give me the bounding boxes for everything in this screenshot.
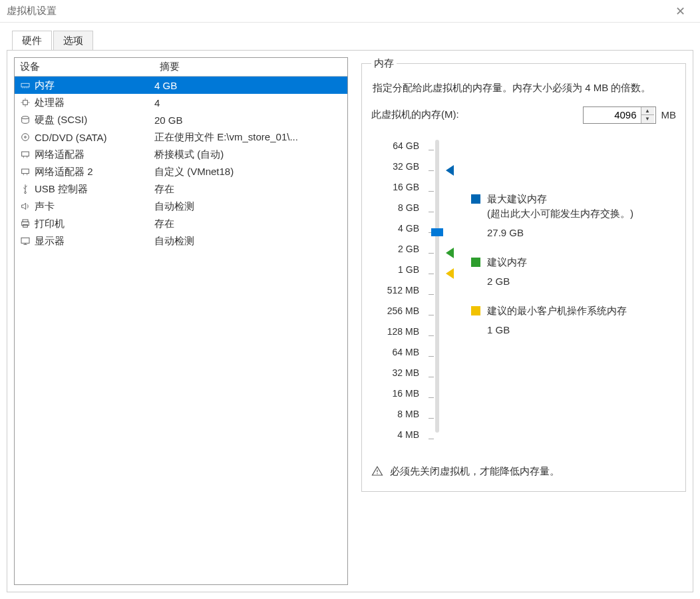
device-summary: 正在使用文件 E:\vm_store_01\...	[154, 131, 343, 144]
svg-point-12	[25, 136, 27, 138]
device-name: 网络适配器 2	[35, 166, 93, 178]
device-summary: 桥接模式 (自动)	[154, 148, 343, 161]
svg-rect-23	[21, 238, 29, 243]
table-row[interactable]: 显示器自动检测	[15, 232, 347, 250]
legend-max-value: 27.9 GB	[487, 226, 633, 241]
table-row[interactable]: 网络适配器 2自定义 (VMnet18)	[15, 163, 347, 180]
table-row[interactable]: 处理器4	[15, 94, 347, 111]
table-row[interactable]: USB 控制器存在	[15, 180, 347, 198]
warning-icon	[371, 465, 383, 477]
table-row[interactable]: CD/DVD (SATA)正在使用文件 E:\vm_store_01\...	[15, 128, 347, 146]
memory-warning-text: 必须先关闭虚拟机，才能降低内存量。	[390, 465, 560, 478]
device-name: 声卡	[35, 200, 55, 213]
usb-icon	[19, 184, 32, 194]
scale-label: 64 GB	[371, 136, 419, 156]
memory-field-label: 此虚拟机的内存(M):	[371, 108, 459, 121]
printer-icon	[19, 218, 32, 229]
legend-square-yellow	[471, 306, 480, 315]
device-name: 内存	[35, 79, 55, 92]
display-icon	[19, 236, 32, 246]
tab-panel: 设备 摘要 内存4 GB处理器4硬盘 (SCSI)20 GBCD/DVD (SA…	[7, 50, 693, 592]
device-summary: 4	[154, 97, 343, 108]
device-summary: 存在	[154, 218, 343, 230]
device-summary: 4 GB	[154, 80, 343, 91]
memory-slider-area: 64 GB 32 GB 16 GB 8 GB 4 GB 2 GB 1 GB 51…	[371, 136, 676, 445]
device-name: 显示器	[35, 235, 65, 248]
svg-rect-20	[23, 220, 28, 222]
scale-label: 16 MB	[371, 383, 419, 404]
legend-square-green	[471, 258, 480, 267]
scale-label: 8 GB	[371, 198, 419, 218]
legend-square-blue	[471, 194, 480, 204]
table-row[interactable]: 打印机存在	[15, 215, 347, 232]
memory-legend: 内存	[371, 57, 397, 70]
scale-label: 32 MB	[371, 363, 419, 383]
scale-label: 16 GB	[371, 177, 419, 198]
cpu-icon	[19, 97, 32, 108]
tabs: 硬件 选项	[12, 31, 693, 51]
tab-hardware[interactable]: 硬件	[12, 31, 52, 51]
device-summary: 自动检测	[154, 235, 343, 248]
device-name: 打印机	[35, 218, 65, 230]
table-row[interactable]: 声卡自动检测	[15, 198, 347, 215]
svg-rect-0	[21, 83, 29, 87]
legend-rec-title: 建议内存	[487, 255, 527, 270]
table-header: 设备 摘要	[15, 58, 347, 77]
device-name: 硬盘 (SCSI)	[35, 114, 87, 126]
svg-point-10	[22, 116, 29, 119]
table-row[interactable]: 内存4 GB	[15, 77, 347, 94]
svg-point-11	[22, 134, 29, 141]
legend-max-title: 最大建议内存	[487, 192, 633, 207]
memory-fieldset: 内存 指定分配给此虚拟机的内存量。内存大小必须为 4 MB 的倍数。 此虚拟机的…	[361, 57, 686, 492]
memory-input-row: 此虚拟机的内存(M): ▲ ▼ MB	[371, 106, 676, 124]
sound-icon	[19, 201, 32, 212]
memory-panel: 内存 指定分配给此虚拟机的内存量。内存大小必须为 4 MB 的倍数。 此虚拟机的…	[361, 57, 686, 585]
cd-icon	[19, 132, 32, 142]
memory-spinner[interactable]: ▲ ▼	[583, 106, 656, 124]
window-title: 虚拟机设置	[7, 5, 667, 17]
svg-point-19	[25, 192, 27, 194]
scale-label: 128 MB	[371, 321, 419, 342]
memory-description: 指定分配给此虚拟机的内存量。内存大小必须为 4 MB 的倍数。	[373, 81, 675, 96]
memory-warning: 必须先关闭虚拟机，才能降低内存量。	[371, 465, 676, 478]
scale-label: 4 MB	[371, 425, 419, 445]
svg-rect-5	[23, 100, 28, 105]
device-summary: 存在	[154, 183, 343, 196]
legend-rec-value: 2 GB	[487, 274, 527, 290]
disk-icon	[19, 114, 32, 125]
svg-rect-16	[22, 169, 29, 174]
spinner-down-icon[interactable]: ▼	[641, 115, 654, 123]
device-summary: 自动检测	[154, 200, 343, 213]
slider-marker-yellow	[446, 268, 454, 279]
memory-track[interactable]	[419, 136, 452, 445]
legend-min-title: 建议的最小客户机操作系统内存	[487, 303, 627, 319]
table-row[interactable]: 硬盘 (SCSI)20 GB	[15, 111, 347, 128]
nic-icon	[19, 149, 32, 160]
device-name: USB 控制器	[35, 183, 88, 196]
scale-label: 512 MB	[371, 280, 419, 301]
titlebar: 虚拟机设置 ✕	[0, 0, 700, 23]
tab-options[interactable]: 选项	[53, 31, 93, 51]
device-name: CD/DVD (SATA)	[35, 132, 107, 143]
svg-rect-22	[23, 224, 28, 227]
scale-label: 32 GB	[371, 156, 419, 177]
svg-point-27	[377, 473, 378, 475]
scale-label: 256 MB	[371, 301, 419, 321]
settings-window: 虚拟机设置 ✕ 硬件 选项 设备 摘要 内存4 GB处理器4硬盘 (SCSI)2…	[0, 0, 700, 599]
memory-input[interactable]	[584, 107, 641, 123]
spinner-up-icon[interactable]: ▲	[641, 107, 654, 116]
nic-icon	[19, 166, 32, 177]
legend-min-value: 1 GB	[487, 323, 627, 338]
scale-label: 2 GB	[371, 239, 419, 260]
scale-label: 1 GB	[371, 260, 419, 280]
device-name: 网络适配器	[35, 148, 85, 161]
window-body: 硬件 选项 设备 摘要 内存4 GB处理器4硬盘 (SCSI)20 GBCD/D…	[0, 23, 700, 599]
device-summary: 自定义 (VMnet18)	[154, 166, 343, 178]
scale-label: 64 MB	[371, 342, 419, 363]
scale-label: 4 GB	[371, 218, 419, 239]
close-icon[interactable]: ✕	[667, 4, 693, 19]
memory-icon	[19, 80, 32, 91]
table-row[interactable]: 网络适配器桥接模式 (自动)	[15, 146, 347, 163]
slider-thumb[interactable]	[431, 228, 443, 236]
device-name: 处理器	[35, 97, 65, 109]
